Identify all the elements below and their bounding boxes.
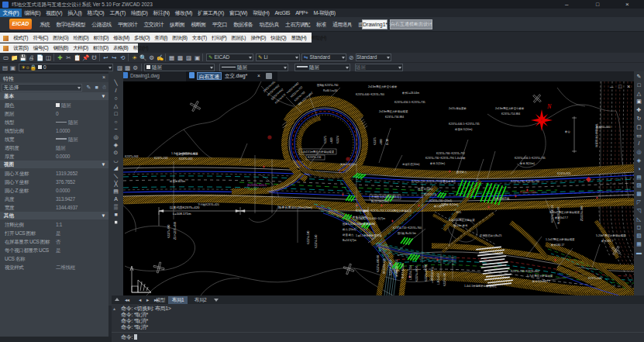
svg-text:桥长580.17: 桥长580.17 bbox=[550, 244, 564, 247]
svg-text:K2374+705~K2374+791苗圃改移便道: K2374+705~K2374+791苗圃改移便道 bbox=[412, 179, 456, 183]
svg-text:路基长 D(10m): 路基长 D(10m) bbox=[455, 128, 472, 131]
svg-text:1-4x1.5米钢筋砼盖板涵通道: 1-4x1.5米钢筋砼盖板涵通道 bbox=[464, 284, 497, 288]
svg-text:长链4 D(24)m: 长链4 D(24)m bbox=[340, 163, 356, 166]
svg-text:K2375+963: K2375+963 bbox=[125, 155, 139, 158]
svg-text:K2374+600.00: K2374+600.00 bbox=[377, 255, 380, 272]
svg-text:K2374+560: K2374+560 bbox=[315, 234, 318, 248]
svg-text:K2374+860.21: K2374+860.21 bbox=[551, 206, 554, 223]
svg-text:LJ23+456: LJ23+456 bbox=[437, 273, 440, 285]
svg-text:K2374+705~K2374+751 1-6X16预应力砼: K2374+705~K2374+751 1-6X16预应力砼连续梁 bbox=[356, 209, 412, 212]
svg-text:1-1x17预应力砼连续箱梁: 1-1x17预应力砼连续箱梁 bbox=[546, 237, 575, 241]
svg-text:K15: K15 bbox=[456, 211, 461, 214]
svg-text:K2374+480.0: K2374+480.0 bbox=[415, 266, 418, 282]
svg-text:K2375+163: K2375+163 bbox=[154, 157, 168, 160]
svg-text:K2375: K2375 bbox=[374, 137, 377, 145]
svg-text:K2374+656.5~K2374+735: K2374+656.5~K2374+735 bbox=[515, 157, 546, 160]
svg-text:K2374+646.5~K2374+735: K2374+646.5~K2374+735 bbox=[449, 123, 480, 126]
svg-text:K2374+788~K2374+802: K2374+788~K2374+802 bbox=[511, 270, 539, 273]
svg-text:桥长381.7: 桥长381.7 bbox=[601, 240, 613, 243]
svg-text:K2375: K2375 bbox=[324, 136, 327, 143]
svg-text:L=108.171m: L=108.171m bbox=[173, 212, 191, 216]
svg-text:2x13m预应力砼连续箱梁: 2x13m预应力砼连续箱梁 bbox=[379, 109, 408, 113]
svg-text:K2374: K2374 bbox=[336, 136, 339, 143]
svg-text:K2374+734.884: K2374+734.884 bbox=[385, 116, 404, 119]
svg-text:B=10: B=10 bbox=[386, 139, 389, 145]
svg-text:改线K0+000: 改线K0+000 bbox=[596, 125, 611, 129]
svg-text:B=10m 桥长: B=10m 桥长 bbox=[453, 224, 468, 227]
svg-text:+020: +020 bbox=[330, 137, 333, 143]
svg-text:K2375+040: K2375+040 bbox=[588, 277, 602, 280]
svg-text:桥长3(2x34)7.7: 桥长3(2x34)7.7 bbox=[532, 280, 550, 283]
svg-text:1-4x20m预应力连续梁: 1-4x20m预应力连续梁 bbox=[449, 218, 475, 222]
svg-text:路基 终点: 路基 终点 bbox=[343, 233, 354, 237]
svg-text:匝A K2374+740~K2374+74: 匝A K2374+740~K2374+74 bbox=[343, 223, 374, 226]
svg-text:K2375+156: K2375+156 bbox=[308, 156, 322, 159]
svg-text:匝道终点: 匝道终点 bbox=[456, 171, 467, 174]
svg-text:以直代曲K2375+420: 以直代曲K2375+420 bbox=[170, 206, 200, 209]
svg-text:K2374+720~K2374+760: K2374+720~K2374+760 bbox=[393, 226, 422, 230]
svg-text:改路基K2375+963: 改路基K2375+963 bbox=[176, 152, 198, 156]
svg-text:桥长 D(10m): 桥长 D(10m) bbox=[429, 162, 445, 165]
svg-text:K2375+880: K2375+880 bbox=[167, 224, 170, 238]
svg-text:K2374+740~(20x4): K2374+740~(20x4) bbox=[429, 199, 452, 202]
svg-text:K2374+656.5~K2374+735: K2374+656.5~K2374+735 bbox=[394, 101, 425, 104]
svg-text:K2374+580: K2374+580 bbox=[307, 230, 310, 244]
svg-text:ZD K2375+860: ZD K2375+860 bbox=[174, 222, 177, 240]
svg-text:K2374+766~K2374+792: K2374+766~K2374+792 bbox=[436, 152, 465, 155]
svg-text:K2374+730~K2374+790 1-4x20桥: K2374+730~K2374+790 1-4x20桥 bbox=[425, 157, 466, 160]
svg-text:LJ2374+234: LJ2374+234 bbox=[409, 265, 412, 280]
svg-text:B=8.5 K2374: B=8.5 K2374 bbox=[401, 263, 405, 278]
svg-text:2x13m预应力砼空心板桥: 2x13m预应力砼空心板桥 bbox=[495, 106, 525, 110]
svg-text:终点K2374+88: 终点K2374+88 bbox=[557, 207, 560, 224]
svg-text:K2374+460.50: K2374+460.50 bbox=[425, 264, 428, 282]
svg-text:|K2374+620.5: |K2374+620.5 bbox=[247, 183, 267, 187]
svg-text:K2374+714.884: K2374+714.884 bbox=[501, 112, 520, 116]
svg-text:桥台: 桥台 bbox=[564, 130, 570, 133]
svg-text:终点桩号: 终点桩号 bbox=[434, 205, 445, 208]
svg-text:K2375+463: K2375+463 bbox=[179, 157, 193, 161]
svg-text:B=24.5(7)m: B=24.5(7)m bbox=[343, 239, 356, 242]
svg-text:匝道 D(10m): 匝道 D(10m) bbox=[418, 188, 432, 191]
svg-text:匝道K2374+52: 匝道K2374+52 bbox=[395, 260, 398, 277]
svg-text:桥长3x17.7: 桥长3x17.7 bbox=[554, 216, 568, 219]
svg-text:K2374+440: K2374+440 bbox=[443, 272, 446, 286]
svg-text:2x13+连续梁桥: 2x13+连续梁桥 bbox=[449, 106, 467, 110]
svg-text:B=10.5m(10m): B=10.5m(10m) bbox=[371, 200, 389, 203]
svg-text:+080: +080 bbox=[380, 139, 383, 145]
svg-text:路基宽度26m: 路基宽度26m bbox=[170, 180, 185, 183]
svg-text:K2374+820: K2374+820 bbox=[557, 172, 571, 175]
svg-text:BK2374+620: BK2374+620 bbox=[383, 258, 386, 274]
svg-text:终点 (20x4): 终点 (20x4) bbox=[343, 228, 356, 231]
svg-text:7521.62: 7521.62 bbox=[247, 188, 257, 191]
svg-text:匝D线K2374+040~D(7)m: 匝D线K2374+040~D(7)m bbox=[356, 217, 385, 220]
svg-text:R=60 Ls=50: R=60 Ls=50 bbox=[323, 89, 338, 92]
svg-text:右侧匝 D(K2375+163.5): 右侧匝 D(K2375+163.5) bbox=[371, 195, 399, 199]
svg-text:K2375+020: K2375+020 bbox=[520, 190, 536, 194]
svg-text:桥长L=26.04m: 桥长L=26.04m bbox=[401, 92, 419, 95]
svg-text:K2374+580.5: K2374+580.5 bbox=[389, 260, 392, 275]
svg-text:5-7x3 预应力砼连续梁: 5-7x3 预应力砼连续梁 bbox=[527, 274, 553, 278]
svg-text:K2374+640~K2374+760: K2374+640~K2374+760 bbox=[356, 93, 384, 96]
svg-text:桥长 B(10m): 桥长 B(10m) bbox=[519, 162, 535, 165]
svg-text:2x13m预应力砼空心板桥: 2x13m预应力砼空心板桥 bbox=[368, 85, 398, 88]
svg-text:变速车道(10m): 变速车道(10m) bbox=[402, 163, 419, 166]
svg-text:1-4x13.5m预应力砼连续箱梁: 1-4x13.5m预应力砼连续箱梁 bbox=[301, 150, 335, 154]
svg-text:左侧匝道起点B=25: 左侧匝道起点B=25 bbox=[479, 234, 501, 237]
svg-text:ZD2374+900: ZD2374+900 bbox=[580, 206, 584, 221]
svg-text:下行线K2374+420: 下行线K2374+420 bbox=[198, 203, 219, 206]
svg-text:K2374+730~K2374+790: K2374+730~K2374+790 bbox=[511, 180, 539, 183]
svg-text:改移道路中线: 改移道路中线 bbox=[494, 196, 510, 200]
svg-text:N: N bbox=[546, 103, 552, 110]
svg-text:匝C线 B=10.5m: 匝C线 B=10.5m bbox=[398, 232, 416, 235]
svg-text:1-φ1.5米钢筋砼圆管涵: 1-φ1.5米钢筋砼圆管涵 bbox=[356, 233, 382, 237]
svg-text:+480匝道终点: +480匝道终点 bbox=[431, 266, 434, 283]
svg-text:K(2375)+4: K(2375)+4 bbox=[424, 193, 436, 196]
svg-text:5-20x7 预应力砼连续箱梁: 5-20x7 预应力砼连续箱梁 bbox=[596, 233, 626, 237]
svg-text:路基长度400.06m(20m): 路基长度400.06m(20m) bbox=[278, 206, 313, 209]
svg-text:匝B线 K2374+760: 匝B线 K2374+760 bbox=[317, 84, 339, 87]
